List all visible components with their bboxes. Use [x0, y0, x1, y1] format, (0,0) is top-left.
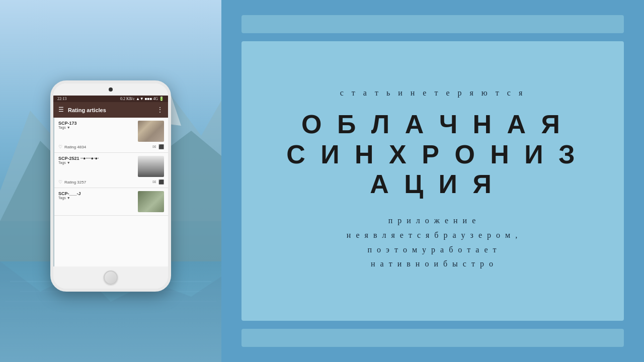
article-tags: Tags ▼: [58, 126, 135, 129]
article-tags: Tags ▼: [58, 161, 135, 164]
phone-mockup: 22:13 0.2 KB/c ▲▼ ■■■ 4G 🔋 ☰ Rating arti…: [50, 80, 171, 292]
phone-top: [53, 83, 168, 96]
phone-camera: [109, 87, 113, 92]
article-info: SCP-173 Tags ▼: [58, 121, 135, 129]
article-tags: Tags ▼: [58, 196, 135, 200]
phone-body: 22:13 0.2 KB/c ▲▼ ■■■ 4G 🔋 ☰ Rating arti…: [50, 80, 171, 292]
article-footer: ♡ Rating 3257 ✉ ⬛: [58, 178, 164, 185]
article-info: SCP-2521 ··●····●·●· Tags ▼: [58, 156, 135, 164]
save-icon[interactable]: ⬛: [158, 179, 164, 185]
rating-text: Rating 3257: [64, 180, 150, 185]
status-time: 22:13: [57, 97, 66, 101]
bottom-bar: [242, 329, 624, 347]
app-title: Rating articles: [68, 107, 153, 113]
right-panel: с т а т ь и н е т е р я ю т с я О Б Л А …: [221, 0, 644, 362]
phone-home-area: [53, 266, 168, 289]
article-thumbnail: [138, 156, 164, 177]
more-icon[interactable]: ⋮: [157, 106, 163, 114]
article-thumbnail: [138, 121, 164, 142]
description-text: п р и л о ж е н и е н е я в л я е т с я …: [347, 214, 519, 272]
article-title: SCP-2521 ··●····●·●·: [58, 156, 135, 161]
article-thumbnail: [138, 191, 164, 212]
list-item[interactable]: SCP-173 Tags ▼ ♡ Rating 4834 ✉: [54, 118, 168, 153]
article-info: SCP-___-J Tags ▼: [58, 191, 135, 200]
app-toolbar: ☰ Rating articles ⋮: [53, 102, 168, 118]
top-bar: [242, 15, 624, 33]
content-card: с т а т ь и н е т е р я ю т с я О Б Л А …: [242, 41, 624, 321]
status-info: 0.2 KB/c ▲▼ ■■■ 4G 🔋: [120, 97, 164, 101]
heart-icon[interactable]: ♡: [58, 144, 62, 149]
menu-icon[interactable]: ☰: [58, 106, 64, 114]
rating-text: Rating 4834: [64, 145, 150, 149]
article-list: SCP-173 Tags ▼ ♡ Rating 4834 ✉: [53, 118, 168, 266]
heart-icon[interactable]: ♡: [58, 179, 62, 185]
subtitle-text: с т а т ь и н е т е р я ю т с я: [340, 88, 526, 98]
home-button[interactable]: [104, 270, 118, 285]
left-panel: 22:13 0.2 KB/c ▲▼ ■■■ 4G 🔋 ☰ Rating arti…: [0, 0, 221, 362]
list-item[interactable]: SCP-___-J Tags ▼: [54, 188, 168, 216]
list-item[interactable]: SCP-2521 ··●····●·●· Tags ▼ ♡ Rating 325…: [54, 153, 168, 188]
email-icon[interactable]: ✉: [152, 179, 156, 185]
article-footer: ♡ Rating 4834 ✉ ⬛: [58, 143, 164, 149]
main-heading: О Б Л А Ч Н А Я С И Н Х Р О Н И З А Ц И …: [272, 110, 594, 200]
status-bar: 22:13 0.2 KB/c ▲▼ ■■■ 4G 🔋: [53, 96, 168, 102]
article-title: SCP-___-J: [58, 191, 135, 196]
email-icon[interactable]: ✉: [152, 144, 156, 149]
save-icon[interactable]: ⬛: [158, 144, 164, 149]
article-title: SCP-173: [58, 121, 135, 126]
